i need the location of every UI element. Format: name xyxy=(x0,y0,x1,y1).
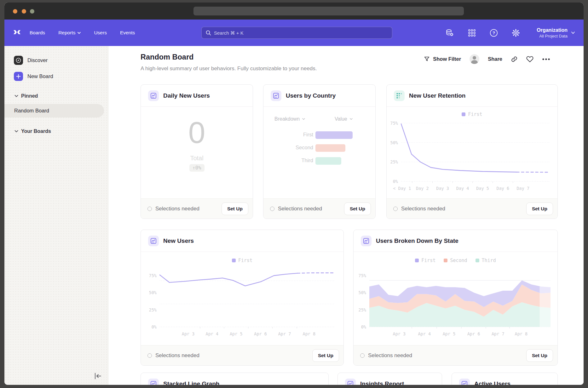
share-button[interactable]: Share xyxy=(488,56,502,62)
favorite-heart-icon[interactable] xyxy=(526,56,533,62)
sidebar-item-label: New Board xyxy=(27,73,53,79)
data-management-icon[interactable] xyxy=(446,29,454,37)
card-footer: Selections needed Set Up xyxy=(263,198,375,219)
nav-item-events[interactable]: Events xyxy=(120,30,135,36)
filter-icon xyxy=(424,56,430,62)
navbar-search[interactable] xyxy=(201,27,392,39)
traffic-light-close[interactable] xyxy=(13,9,17,14)
status-text: Selections needed xyxy=(368,352,412,359)
svg-text:Day 5: Day 5 xyxy=(476,186,489,191)
traffic-light-minimize[interactable] xyxy=(22,9,26,14)
metric-label: Total xyxy=(141,155,253,162)
card-title: Users by Country xyxy=(286,92,336,99)
svg-text:Day 4: Day 4 xyxy=(456,186,469,191)
row-bar xyxy=(315,144,345,152)
svg-text:25%: 25% xyxy=(359,307,366,312)
svg-text:Apr 6: Apr 6 xyxy=(467,331,480,336)
legend-swatch xyxy=(476,259,479,262)
nav-item-users[interactable]: Users xyxy=(94,30,107,36)
chevron-down-icon xyxy=(78,32,81,34)
sidebar-collapse-button[interactable] xyxy=(94,372,102,380)
row-bar xyxy=(315,131,353,139)
retention-dots-icon xyxy=(394,90,405,101)
row-label: Third xyxy=(301,157,313,163)
legend-swatch xyxy=(232,259,236,262)
svg-text:Day 7: Day 7 xyxy=(516,186,529,191)
set-up-button[interactable]: Set Up xyxy=(526,349,553,362)
mixpanel-logo[interactable] xyxy=(13,29,21,36)
chart-legend: First xyxy=(141,258,343,263)
nav-item-boards[interactable]: Boards xyxy=(30,30,45,36)
board-main: Random Board A high-level summary of use… xyxy=(108,46,584,385)
org-name: Organization xyxy=(537,27,568,33)
status-circle-icon xyxy=(360,353,365,358)
breakdown-dropdown[interactable]: Breakdown xyxy=(274,116,305,122)
apps-grid-icon[interactable] xyxy=(468,29,476,37)
more-options-icon[interactable] xyxy=(542,58,550,60)
svg-text:Day 3: Day 3 xyxy=(436,186,449,191)
legend-swatch xyxy=(462,112,465,116)
traffic-light-zoom[interactable] xyxy=(30,9,34,14)
legend-item: Second xyxy=(444,258,467,263)
chart-legend: First xyxy=(387,111,557,117)
show-filter-button[interactable]: Show Filter xyxy=(424,56,461,62)
sidebar-item-random-board[interactable]: Random Board xyxy=(4,104,104,117)
search-input[interactable] xyxy=(214,30,388,36)
legend-swatch xyxy=(415,259,419,262)
status-text: Selections needed xyxy=(278,206,322,212)
sidebar-item-label: Discover xyxy=(27,57,48,63)
plus-icon xyxy=(14,72,23,81)
search-icon xyxy=(206,30,211,36)
country-row: First xyxy=(263,131,375,139)
settings-gear-icon[interactable] xyxy=(512,29,520,37)
copy-link-icon[interactable] xyxy=(511,56,518,63)
set-up-button[interactable]: Set Up xyxy=(344,203,371,215)
browser-address-bar[interactable] xyxy=(193,7,464,15)
sidebar-item-discover[interactable]: Discover xyxy=(14,56,48,65)
chevron-down-icon xyxy=(14,95,18,97)
status-text: Selections needed xyxy=(155,206,199,212)
card-users-by-state: Users Broken Down By State First Second … xyxy=(353,230,558,366)
legend-swatch xyxy=(444,259,447,262)
section-your-boards[interactable]: Your Boards xyxy=(14,128,51,134)
legend-item: First xyxy=(232,258,252,263)
nav-item-reports[interactable]: Reports xyxy=(58,30,81,36)
country-row: Third xyxy=(263,157,375,165)
card-users-by-country: Users by Country Breakdown Value First S… xyxy=(263,84,376,219)
card-footer: Selections needed Set Up xyxy=(141,345,343,365)
card-title: New Users xyxy=(163,237,194,244)
card-title: Users Broken Down By State xyxy=(376,237,458,244)
svg-text:0%: 0% xyxy=(393,179,398,184)
chevron-down-icon xyxy=(14,130,18,133)
svg-text:< Day 1: < Day 1 xyxy=(393,186,411,191)
card-title: New User Retention xyxy=(409,92,465,99)
org-switcher[interactable]: Organization All Project Data xyxy=(537,20,575,46)
collapse-icon xyxy=(94,372,102,380)
sidebar-item-new-board[interactable]: New Board xyxy=(14,72,53,81)
card-title: Insights Report xyxy=(360,380,404,385)
card-footer: Selections needed Set Up xyxy=(141,198,253,219)
metric-big-value: 0 xyxy=(141,117,253,148)
section-pinned[interactable]: Pinned xyxy=(14,93,38,99)
board-actions: Show Filter Share xyxy=(424,54,550,64)
chart-legend: First Second Third xyxy=(354,258,557,263)
card-footer: Selections needed Set Up xyxy=(387,198,557,219)
card-title: Stacked Line Graph xyxy=(163,380,219,385)
set-up-button[interactable]: Set Up xyxy=(222,203,248,215)
svg-text:Apr 7: Apr 7 xyxy=(278,331,291,336)
svg-text:Apr 7: Apr 7 xyxy=(492,331,504,336)
svg-text:50%: 50% xyxy=(359,290,366,295)
svg-text:?: ? xyxy=(493,31,495,35)
insights-chart-icon xyxy=(148,236,159,246)
svg-text:Day 2: Day 2 xyxy=(416,186,429,191)
svg-text:Apr 5: Apr 5 xyxy=(443,331,456,336)
top-navbar: Boards Reports Users Events xyxy=(4,20,584,46)
set-up-button[interactable]: Set Up xyxy=(526,203,553,215)
value-dropdown[interactable]: Value xyxy=(335,116,353,122)
svg-text:25%: 25% xyxy=(390,159,398,164)
avatar[interactable] xyxy=(470,54,479,64)
set-up-button[interactable]: Set Up xyxy=(312,349,339,362)
svg-text:50%: 50% xyxy=(390,140,398,145)
help-icon[interactable]: ? xyxy=(490,29,498,37)
row-bar xyxy=(315,157,341,165)
